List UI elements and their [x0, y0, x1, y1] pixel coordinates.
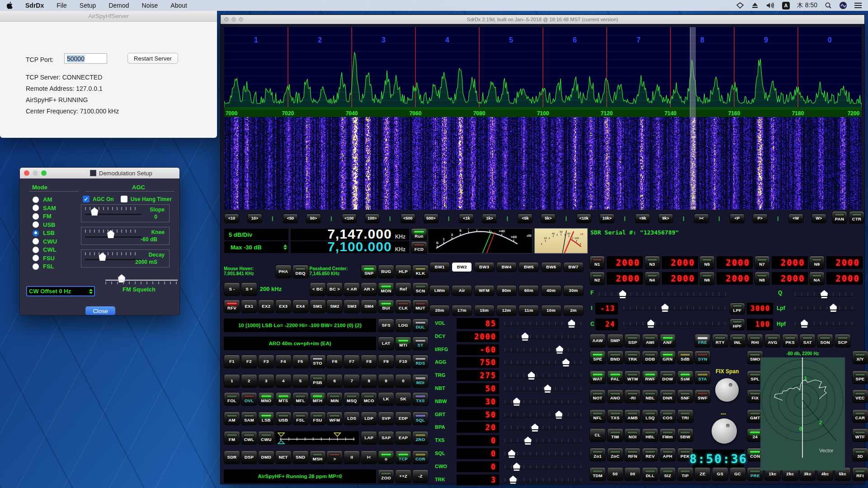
tune-w[interactable]: <W [788, 214, 803, 223]
trg-track[interactable] [505, 374, 582, 378]
volume-icon[interactable] [766, 2, 775, 9]
btn-ex2[interactable]: EX2 [258, 300, 274, 313]
vol-track[interactable] [505, 322, 582, 326]
btn-n8[interactable]: N8 [755, 272, 770, 285]
btn-ssp[interactable]: SSP [624, 334, 641, 347]
btn-sfs[interactable]: SFS [378, 319, 394, 332]
btn-tdm[interactable]: TDM [590, 467, 606, 481]
btn-svp[interactable]: SVP [378, 412, 394, 425]
btn-f4[interactable]: F4 [275, 355, 292, 368]
agg-track[interactable] [505, 361, 582, 365]
btn-3[interactable]: 3 [258, 374, 274, 388]
btn-fcd[interactable]: FCD [411, 241, 427, 253]
menu-item-file[interactable]: File [50, 0, 73, 11]
menu-item-sdrdx[interactable]: SdrDx [19, 0, 50, 11]
btn-n4[interactable]: N4 [645, 272, 660, 285]
btn-z[interactable]: -Z [412, 469, 429, 483]
btn-sql[interactable]: SQL [412, 412, 429, 425]
btn-20m[interactable]: 20m [429, 305, 450, 316]
btn-2m[interactable]: 2m [563, 305, 584, 316]
btn-sdb[interactable]: SdB [677, 351, 693, 364]
tune-100[interactable]: <100 [342, 214, 357, 223]
btn-pal[interactable]: PAL [607, 371, 623, 384]
btn-edp[interactable]: EDP [395, 412, 411, 425]
mode-radio-sam[interactable]: SAM [33, 205, 56, 211]
btn-anf[interactable]: ANF [660, 334, 676, 347]
bpa-handle[interactable] [531, 423, 538, 432]
btn-cor[interactable]: COR [412, 450, 429, 464]
btn-f9[interactable]: F9 [378, 355, 394, 368]
btn-tim[interactable]: TIM [607, 428, 623, 442]
btn-st[interactable]: ST [412, 337, 429, 350]
radio-circle[interactable] [33, 247, 39, 253]
i-rfg-handle[interactable] [556, 346, 563, 354]
btn-msq[interactable]: MSQ [344, 392, 360, 406]
btn-btn[interactable]: > [326, 450, 343, 464]
nbw-track[interactable] [505, 400, 582, 404]
sql-handle[interactable] [508, 450, 515, 458]
btn-rft[interactable]: RFt [852, 467, 868, 481]
btn-ddb[interactable]: DDB [642, 351, 658, 364]
mode-radio-cwu[interactable]: CWU [33, 238, 57, 245]
btn-n2[interactable]: N2 [590, 272, 605, 285]
btn-pan[interactable]: PAN [832, 211, 847, 224]
btn-50[interactable]: 50 [607, 467, 623, 481]
btn-cos[interactable]: COS [660, 409, 676, 423]
grt-handle[interactable] [555, 411, 562, 419]
tune-50[interactable]: <50 [283, 214, 298, 223]
btn-17m[interactable]: 17m [452, 305, 472, 316]
btn-pks[interactable]: PKS [782, 334, 798, 347]
vol-handle[interactable] [568, 319, 575, 328]
btn-fmm[interactable]: FMm [660, 428, 676, 442]
btn-bui[interactable]: BUI [378, 300, 394, 313]
mode-radio-am[interactable]: AM [33, 196, 52, 203]
tune-9k[interactable]: 9k> [658, 214, 673, 223]
fix-span-knob[interactable] [715, 378, 739, 402]
btn-ex3[interactable]: EX3 [275, 300, 292, 313]
btn-noi[interactable]: NOI [624, 428, 641, 442]
btn-scn[interactable]: SCN [412, 282, 429, 296]
cw-offset-spinner[interactable] [89, 287, 93, 296]
btn-8[interactable]: 8 [361, 374, 377, 388]
btn-fsu[interactable]: FSU [310, 412, 326, 425]
trg-handle[interactable] [528, 371, 535, 380]
btn-80m[interactable]: 80m [496, 285, 517, 296]
btn-5[interactable]: 5 [292, 374, 309, 388]
btn-ref[interactable]: Ref [395, 282, 411, 296]
btn-dnr[interactable]: DNR [660, 389, 676, 403]
btn-mon[interactable]: MON [378, 282, 394, 296]
btn-klk[interactable]: KLK [412, 265, 429, 278]
spotlight-search-icon[interactable] [825, 2, 832, 9]
btn-lap[interactable]: LAP [361, 431, 377, 445]
close-button[interactable]: Close [85, 306, 115, 315]
close-window-button[interactable] [24, 170, 29, 176]
btn-bw6[interactable]: BW6 [541, 262, 561, 272]
btn-air[interactable]: Air [452, 285, 472, 296]
radio-circle[interactable] [33, 213, 39, 220]
btn-run[interactable]: Run [411, 228, 427, 240]
btn-not[interactable]: NOT [590, 389, 606, 403]
btn-mdi[interactable]: MDI [412, 374, 429, 388]
btn-f10[interactable]: F10 [395, 355, 411, 368]
tune-w[interactable]: W> [811, 214, 826, 223]
btn-ano[interactable]: ANO [607, 389, 623, 403]
apple-menu-icon[interactable] [0, 0, 19, 11]
btn-sm1[interactable]: SM1 [310, 300, 326, 313]
mode-radio-fsl[interactable]: FSL [33, 263, 54, 270]
btn-00[interactable]: 00 [624, 467, 641, 481]
btn-hbl[interactable]: HBL [642, 428, 658, 442]
btn-sam[interactable]: SAM [241, 412, 257, 425]
nbt-track[interactable] [505, 387, 582, 391]
btn-txs[interactable]: TXS [412, 392, 429, 406]
trk-handle[interactable] [509, 476, 517, 484]
btn-bug[interactable]: BUG [378, 265, 394, 278]
btn-wtf[interactable]: WTF [852, 428, 868, 442]
btn-sap[interactable]: SAP [378, 431, 394, 445]
btn-f2[interactable]: F2 [241, 355, 257, 368]
fm-squelch-track[interactable] [105, 280, 178, 281]
btn-na[interactable]: NA [809, 272, 825, 285]
btn-nfl[interactable]: NFL [590, 409, 606, 423]
btn-rfv[interactable]: RFV [224, 300, 240, 313]
btn-snd[interactable]: SND [292, 450, 309, 464]
btn-f7[interactable]: F7 [344, 355, 360, 368]
